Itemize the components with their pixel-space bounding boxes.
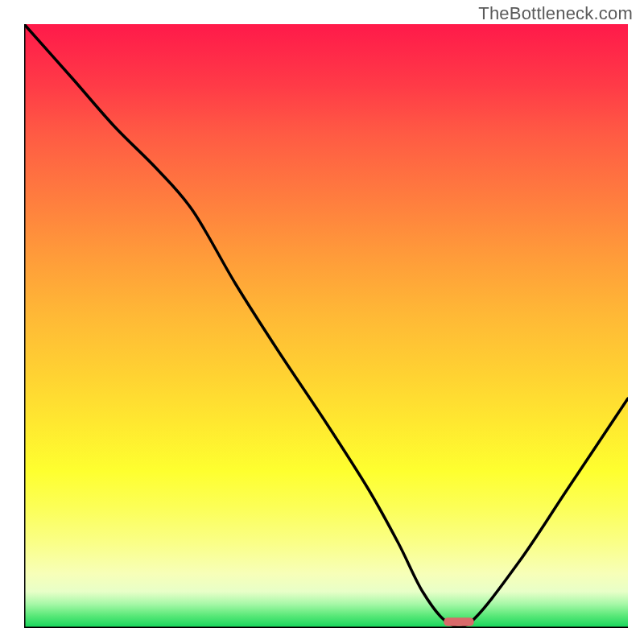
watermark-text: TheBottleneck.com (478, 3, 633, 24)
plot-area (24, 24, 628, 628)
gradient-background (24, 24, 628, 628)
